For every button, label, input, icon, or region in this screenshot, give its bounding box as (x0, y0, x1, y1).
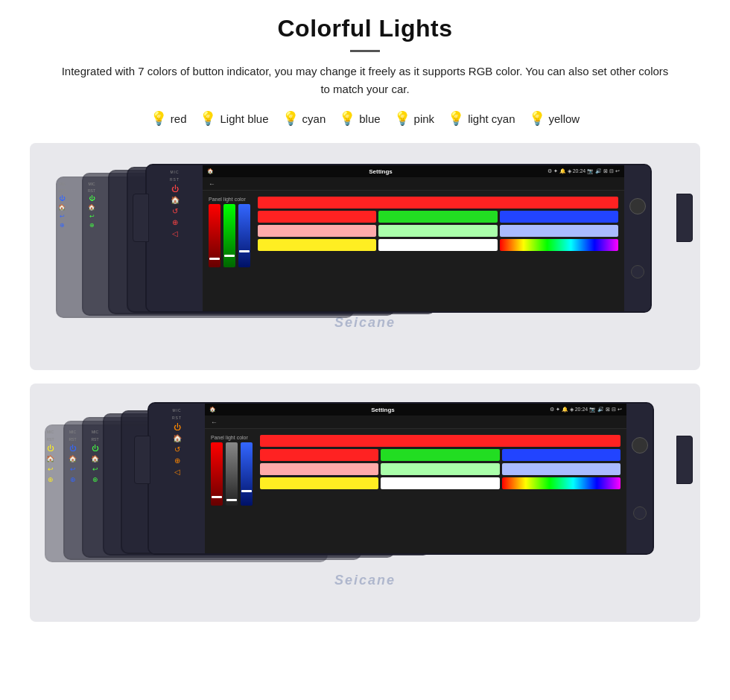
lightblue-bulb-icon: 💡 (200, 110, 216, 127)
color-label-yellow: yellow (549, 112, 580, 125)
title-section: Colorful Lights Integrated with 7 colors… (30, 15, 700, 98)
time-top: 20:24 (573, 168, 586, 174)
panel-light-label-top: Panel light color (209, 197, 250, 202)
statusbar-home-icon: 🏠 (207, 168, 214, 174)
main-title: Colorful Lights (30, 15, 700, 42)
full-device-bottom: MIC RST ⏻ 🏠 ↩ ⊕ MIC RST ⏻ 🏠 ↩ ⊕ (37, 384, 693, 592)
front-device-top: MIC RST ⏻ 🏠 ↺ ⊕ ◁ 🏠 (145, 164, 652, 313)
color-label-lightcyan: light cyan (468, 112, 515, 125)
color-item-yellow: 💡 yellow (529, 110, 580, 127)
back-arrow-top[interactable]: ← (209, 180, 215, 188)
yellow-bulb-icon: 💡 (529, 110, 545, 127)
front-device-bottom: MIC RST ⏻ 🏠 ↺ ⊕ ◁ 🏠 (147, 402, 654, 555)
color-item-red: 💡 red (150, 110, 187, 127)
color-item-cyan: 💡 cyan (282, 110, 326, 127)
red-bulb-icon: 💡 (150, 110, 167, 127)
full-device-top: MIC RST ⏻ 🏠 ↩ ⊕ MIC RST ⏻ 🏠 ↩ ⊕ (37, 143, 693, 337)
back-arrow-bottom[interactable]: ← (211, 419, 218, 426)
blue-bulb-icon: 💡 (339, 110, 355, 127)
color-indicators: 💡 red 💡 Light blue 💡 cyan 💡 blue 💡 pink … (30, 110, 700, 127)
watermark-bottom: Seicane (334, 573, 396, 588)
device-group-bottom: MIC RST ⏻ 🏠 ↩ ⊕ MIC RST ⏻ 🏠 ↩ ⊕ (30, 384, 700, 622)
color-label-pink: pink (414, 112, 435, 125)
description: Integrated with 7 colors of button indic… (60, 63, 670, 98)
color-label-red: red (171, 112, 187, 125)
device-image-bottom: MIC RST ⏻ 🏠 ↩ ⊕ MIC RST ⏻ 🏠 ↩ ⊕ (30, 384, 700, 622)
color-item-lightcyan: 💡 light cyan (448, 110, 515, 127)
settings-label-top: Settings (369, 168, 393, 175)
devices-section: MIC RST ⏻ 🏠 ↩ ⊕ MIC RST ⏻ 🏠 ↩ ⊕ (30, 143, 700, 622)
color-item-pink: 💡 pink (394, 110, 435, 127)
time-bottom: 20:24 (575, 407, 588, 412)
color-label-blue: blue (359, 112, 380, 125)
statusbar-icons-top: ⚙ ✦ 🔔 ◈ 20:24 📷 🔊 ⊠ ⊟ ↩ (548, 168, 620, 174)
color-item-lightblue: 💡 Light blue (200, 110, 268, 127)
title-divider (350, 50, 380, 52)
pink-bulb-icon: 💡 (394, 110, 410, 127)
color-label-lightblue: Light blue (220, 112, 268, 125)
panel-light-label-bottom: Panel light color (211, 435, 253, 440)
lightcyan-bulb-icon: 💡 (448, 110, 464, 127)
device-group-top: MIC RST ⏻ 🏠 ↩ ⊕ MIC RST ⏻ 🏠 ↩ ⊕ (30, 143, 700, 370)
statusbar-home-icon-b: 🏠 (209, 407, 216, 413)
page-wrapper: Colorful Lights Integrated with 7 colors… (0, 0, 730, 644)
cyan-bulb-icon: 💡 (282, 110, 299, 127)
color-item-blue: 💡 blue (339, 110, 380, 127)
statusbar-icons-bottom: ⚙ ✦ 🔔 ◈ 20:24 📷 🔊 ⊠ ⊟ ↩ (550, 407, 622, 413)
settings-label-bottom: Settings (371, 407, 395, 413)
device-image-top: MIC RST ⏻ 🏠 ↩ ⊕ MIC RST ⏻ 🏠 ↩ ⊕ (30, 143, 700, 370)
color-label-cyan: cyan (302, 112, 326, 125)
